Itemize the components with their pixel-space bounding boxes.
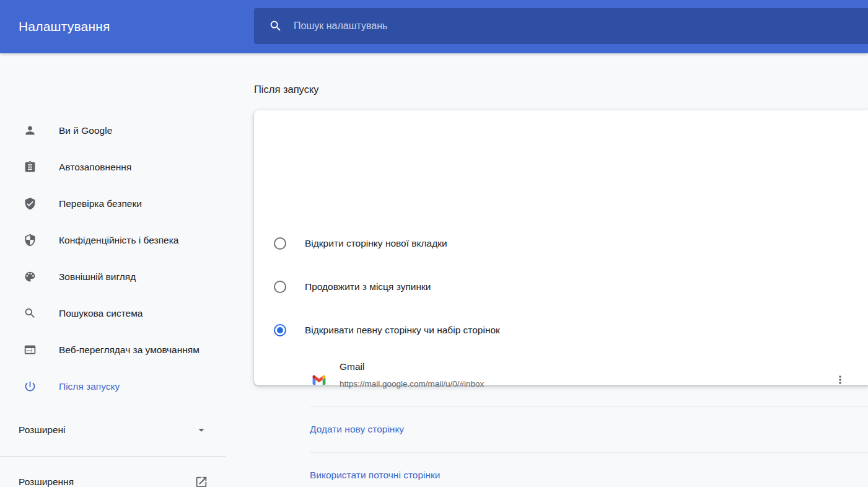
section-title: Після запуску <box>254 84 319 95</box>
add-new-page-label: Додати нову сторінку <box>310 424 404 435</box>
settings-sidebar: Ви й Google Автозаповнення Перевірка без… <box>0 53 226 487</box>
extensions-label: Розширення <box>19 476 74 487</box>
radio-option-label: Відкрити сторінку нової вкладки <box>305 238 447 249</box>
search-icon <box>22 306 37 321</box>
sidebar-item-label: Після запуску <box>59 381 120 392</box>
sidebar-item-label: Зовнішній вигляд <box>59 271 136 283</box>
sidebar-item-label: Ви й Google <box>59 125 112 136</box>
radio-option-open-new-tab[interactable]: Відкрити сторінку нової вкладки <box>254 222 868 265</box>
sidebar-item-label: Перевірка безпеки <box>59 198 142 209</box>
shield-quadrants-icon <box>22 233 37 248</box>
startup-page-row: Gmail https://mail.google.com/mail/u/0/#… <box>254 353 868 406</box>
sidebar-divider <box>0 456 226 457</box>
gmail-logo-icon <box>312 372 327 387</box>
person-icon <box>22 123 37 138</box>
open-in-new-icon <box>195 475 208 487</box>
startup-page-name: Gmail <box>340 361 364 372</box>
header-bar: Налаштування <box>0 0 868 53</box>
search-input[interactable] <box>294 20 868 32</box>
shield-check-icon <box>22 196 37 211</box>
page-title: Налаштування <box>19 0 110 53</box>
radio-button-icon[interactable] <box>274 237 286 250</box>
kebab-menu-icon[interactable] <box>829 369 851 391</box>
sidebar-item-default-browser[interactable]: Веб-переглядач за умовчанням <box>0 331 226 368</box>
radio-button-selected-icon[interactable] <box>274 324 286 336</box>
radio-option-label: Продовжити з місця зупинки <box>305 281 431 292</box>
radio-option-label: Відкривати певну сторінку чи набір сторі… <box>305 325 500 336</box>
settings-search-box[interactable] <box>254 8 868 44</box>
on-startup-card: Відкрити сторінку нової вкладки Продовжи… <box>254 110 868 385</box>
clipboard-icon <box>22 160 37 175</box>
startup-page-url: https://mail.google.com/mail/u/0/#inbox <box>340 379 484 388</box>
sidebar-item-appearance[interactable]: Зовнішній вигляд <box>0 258 226 295</box>
add-new-page-button[interactable]: Додати нову сторінку <box>254 406 868 452</box>
power-icon <box>22 379 37 394</box>
sidebar-item-safety-check[interactable]: Перевірка безпеки <box>0 185 226 222</box>
palette-icon <box>22 270 37 284</box>
radio-option-continue-where-left-off[interactable]: Продовжити з місця зупинки <box>254 265 868 309</box>
sidebar-item-search-engine[interactable]: Пошукова система <box>0 295 226 331</box>
sidebar-item-on-startup[interactable]: Після запуску <box>0 368 226 405</box>
use-current-pages-button[interactable]: Використати поточні сторінки <box>254 452 868 487</box>
sidebar-item-label: Веб-переглядач за умовчанням <box>59 344 199 356</box>
chevron-down-icon <box>195 423 208 437</box>
advanced-label: Розширені <box>19 424 66 436</box>
sidebar-item-extensions[interactable]: Розширення <box>0 463 226 487</box>
use-current-pages-label: Використати поточні сторінки <box>310 470 441 481</box>
browser-window-icon <box>22 343 37 358</box>
sidebar-item-privacy-security[interactable]: Конфіденційність і безпека <box>0 222 226 258</box>
radio-option-open-specific-pages[interactable]: Відкривати певну сторінку чи набір сторі… <box>254 309 868 352</box>
search-icon <box>269 19 283 33</box>
sidebar-item-autofill[interactable]: Автозаповнення <box>0 149 226 185</box>
radio-button-icon[interactable] <box>274 281 286 293</box>
sidebar-item-label: Конфіденційність і безпека <box>59 235 178 246</box>
sidebar-item-label: Пошукова система <box>59 308 143 319</box>
chrome-settings-page: Налаштування Ви й Google Автозаповнення <box>0 0 868 487</box>
sidebar-advanced-toggle[interactable]: Розширені <box>0 411 226 448</box>
sidebar-item-label: Автозаповнення <box>59 162 131 173</box>
sidebar-item-you-and-google[interactable]: Ви й Google <box>0 112 226 149</box>
